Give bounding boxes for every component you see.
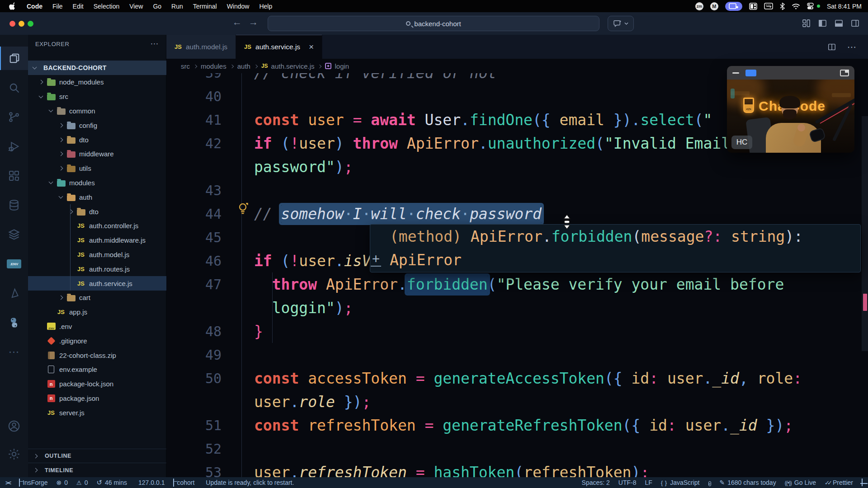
timeline-section[interactable]: TIMELINE <box>28 463 166 477</box>
status-mongodb-host[interactable]: 127.0.0.1 <box>136 479 165 486</box>
tree-item-.gitignore[interactable]: .gitignore <box>28 333 166 348</box>
code-line-47-wrap[interactable]: loggin"); <box>166 296 868 319</box>
tree-item-.env[interactable]: .ENV.env <box>28 319 166 334</box>
breadcrumb-auth.service.js[interactable]: JSauth.service.js <box>261 62 315 70</box>
tree-item-package-lock.json[interactable]: npackage-lock.json <box>28 377 166 391</box>
tree-item-server.js[interactable]: JSserver.js <box>28 405 166 420</box>
status-go-live[interactable]: ((•))Go Live <box>785 479 816 486</box>
menu-file[interactable]: File <box>47 3 68 10</box>
tab-close-icon[interactable]: × <box>309 42 314 52</box>
activitybar-env[interactable]: .ENV <box>0 252 28 276</box>
code-line-52[interactable]: 52 <box>166 437 868 460</box>
code-line-44[interactable]: 44// somehow·I·will·check·password <box>166 202 868 225</box>
video-minimize-button[interactable] <box>732 72 739 74</box>
breadcrumb-src[interactable]: src <box>181 62 190 70</box>
tab-auth.model.js[interactable]: JSauth.model.js <box>166 35 236 59</box>
tree-item-common[interactable]: common <box>28 104 166 118</box>
status-remote-indicator[interactable]: >< <box>5 479 10 486</box>
control-center-icon[interactable] <box>807 3 820 9</box>
menu-terminal[interactable]: Terminal <box>188 3 222 10</box>
breadcrumb-login[interactable]: login <box>325 62 349 70</box>
split-editor-icon[interactable] <box>827 42 836 52</box>
activitybar-more[interactable]: ⋯ <box>0 340 28 364</box>
workspace-root-row[interactable]: BACKEND-COHORT <box>28 61 166 75</box>
explorer-actions-icon[interactable]: ⋯ <box>150 39 159 49</box>
tree-item-modules[interactable]: modules <box>28 176 166 190</box>
tree-item-dto[interactable]: dto <box>28 204 166 219</box>
menu-go[interactable]: Go <box>148 3 166 10</box>
code-line-53[interactable]: 53user.refreshToken = hashToken(refreshT… <box>166 460 868 477</box>
activitybar-prisma[interactable] <box>0 282 28 305</box>
status-zen-sleep[interactable]: z <box>708 479 711 486</box>
copilot-menu-button[interactable] <box>608 16 634 31</box>
hover-plus-button[interactable]: + <box>371 252 381 267</box>
apple-logo-icon[interactable] <box>9 2 15 10</box>
code-line-50-wrap[interactable]: user.role }); <box>166 390 868 413</box>
activitybar-extensions[interactable] <box>0 164 28 188</box>
activitybar-database[interactable] <box>0 193 28 217</box>
status-problems-warnings[interactable]: ⚠0 <box>76 479 88 486</box>
video-overlay-window[interactable]: </> ChaiCode HC <box>727 66 854 153</box>
tree-item-auth.controller.js[interactable]: JSauth.controller.js <box>28 219 166 233</box>
activitybar-explorer[interactable] <box>0 47 28 70</box>
tree-item-env.example[interactable]: env.example <box>28 362 166 377</box>
customize-layout-icon[interactable] <box>802 19 811 28</box>
bluetooth-icon[interactable] <box>780 3 785 10</box>
tree-item-middleware[interactable]: middleware <box>28 147 166 161</box>
activitybar-search[interactable] <box>0 76 28 99</box>
tree-item-auth.model.js[interactable]: JSauth.model.js <box>28 248 166 262</box>
status-eol[interactable]: LF <box>645 479 652 486</box>
status-insforge[interactable]: InsForge <box>19 479 47 486</box>
status-update-status[interactable]: Update is ready, click to restart. <box>203 479 294 486</box>
nav-back-button[interactable]: ← <box>232 17 242 28</box>
status-time-tracker[interactable]: ↺46 mins <box>96 479 127 487</box>
code-line-42-wrap[interactable]: password"); <box>166 155 868 178</box>
tree-item-utils[interactable]: utils <box>28 161 166 176</box>
quick-fix-lightbulb-icon[interactable] <box>237 202 249 215</box>
tree-item-node_modules[interactable]: node_modules <box>28 75 166 89</box>
tab-auth.service.js[interactable]: JSauth.service.js× <box>236 35 322 59</box>
status-language-mode[interactable]: { }JavaScript <box>661 479 700 486</box>
window-zoom-button[interactable] <box>28 21 33 27</box>
activitybar-source-control[interactable] <box>0 105 28 129</box>
tree-item-auth.routes.js[interactable]: JSauth.routes.js <box>28 262 166 276</box>
code-line-51[interactable]: 51const refreshToken = generateRefreshTo… <box>166 413 868 437</box>
meet-app-icon[interactable]: M <box>710 2 718 10</box>
tree-item-src[interactable]: src <box>28 89 166 104</box>
code-line-43[interactable]: 43 <box>166 178 868 202</box>
menu-run[interactable]: Run <box>166 3 188 10</box>
status-indentation[interactable]: Spaces: 2 <box>582 479 610 486</box>
breadcrumb-modules[interactable]: modules <box>201 62 226 70</box>
picture-in-picture-icon[interactable] <box>840 70 849 76</box>
toggle-panel-icon[interactable] <box>834 19 844 28</box>
toggle-primary-sidebar-icon[interactable] <box>818 19 827 28</box>
nav-forward-button[interactable]: → <box>249 17 258 28</box>
screen-sharing-icon[interactable] <box>725 2 742 11</box>
toggle-secondary-sidebar-icon[interactable] <box>850 19 860 28</box>
outline-section[interactable]: OUTLINE <box>28 449 166 463</box>
video-active-tab-button[interactable] <box>745 70 756 76</box>
menu-view[interactable]: View <box>124 3 148 10</box>
menu-selection[interactable]: Selection <box>89 3 125 10</box>
tree-item-22-cohort-class.zip[interactable]: 22-cohort-class.zip <box>28 348 166 362</box>
tree-item-app.js[interactable]: JSapp.js <box>28 305 166 319</box>
code-line-50[interactable]: 50const accessToken = generateAccessToke… <box>166 366 868 390</box>
tree-item-auth.service.js[interactable]: JSauth.service.js <box>28 276 166 291</box>
command-center-search[interactable]: backend-cohort <box>268 16 599 31</box>
tree-item-config[interactable]: config <box>28 118 166 132</box>
tree-item-package.json[interactable]: npackage.json <box>28 391 166 406</box>
wifi-icon[interactable] <box>792 3 800 9</box>
window-minimize-button[interactable] <box>19 21 24 27</box>
tree-item-cart[interactable]: cart <box>28 291 166 305</box>
status-problems-errors[interactable]: ⊗0 <box>56 479 68 486</box>
window-manager-icon[interactable] <box>749 2 757 10</box>
menu-window[interactable]: Window <box>222 3 255 10</box>
keyboard-input-icon[interactable] <box>764 3 773 9</box>
zoom-app-icon[interactable]: zm <box>695 2 703 10</box>
status-prettier[interactable]: ✓✓Prettier <box>825 479 853 486</box>
activitybar-run-debug[interactable] <box>0 135 28 158</box>
editor-scrollbar[interactable] <box>862 116 868 351</box>
window-close-button[interactable] <box>9 21 15 27</box>
activitybar-settings[interactable] <box>0 442 28 466</box>
code-line-48[interactable]: 48} <box>166 319 868 343</box>
